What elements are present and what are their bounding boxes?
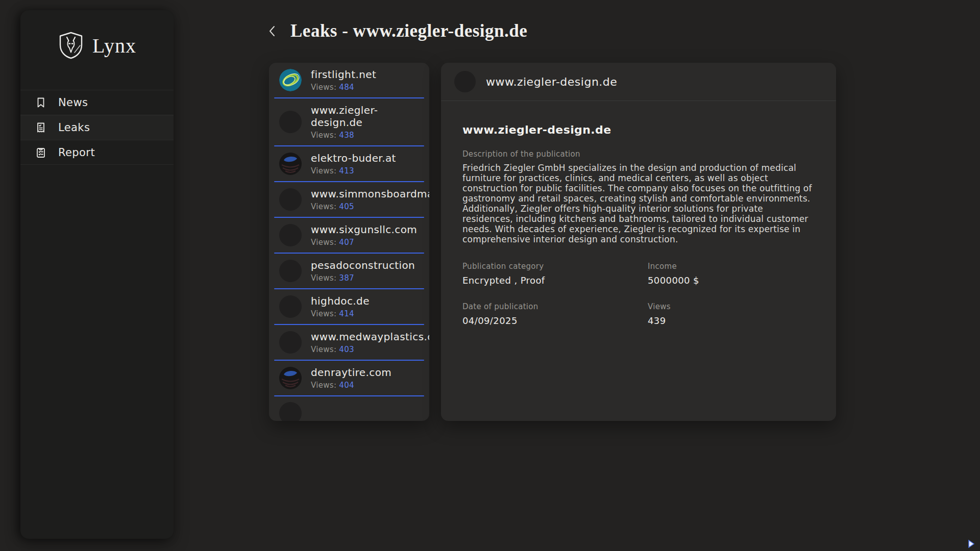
sidebar-item-label: Leaks [58, 121, 90, 134]
views-count: 413 [339, 166, 354, 176]
leak-views: Views: 387 [311, 273, 429, 283]
views-label: Views: [311, 273, 336, 283]
leak-views: Views: 413 [311, 166, 429, 176]
avatar-placeholder [279, 402, 302, 421]
views-label: Views: [311, 202, 336, 211]
detail-body: www.ziegler-design.de Description of the… [441, 101, 836, 326]
field-date-of-publication: Date of publication 04/09/2025 [462, 302, 648, 326]
leak-name: elektro-buder.at [311, 152, 429, 164]
leak-views: Views: 414 [311, 309, 429, 318]
leak-name: firstlight.net [311, 68, 429, 81]
detail-avatar [454, 71, 476, 92]
leak-list: firstlight.net Views: 484 www.ziegler-de… [269, 63, 429, 421]
globe-logo [279, 153, 302, 175]
views-count: 484 [339, 83, 354, 92]
leak-name: www.simmonsboardman [311, 188, 429, 200]
sidebar-menu: News Leaks Report [20, 90, 174, 165]
avatar-placeholder [279, 224, 302, 246]
views-label: Views: [311, 83, 336, 92]
sidebar-item-news[interactable]: News [20, 90, 174, 115]
detail-title: www.ziegler-design.de [462, 123, 815, 136]
back-button[interactable] [269, 25, 278, 37]
leak-list-item[interactable]: denraytire.com Views: 404 [269, 361, 429, 395]
brand: Lynx [20, 10, 174, 66]
detail-fields: Publication category Encrypted , Proof I… [462, 262, 815, 326]
field-publication-category: Publication category Encrypted , Proof [462, 262, 648, 286]
leak-list-item[interactable]: elektro-buder.at Views: 413 [269, 146, 429, 181]
leak-name: www.medwayplastics.c [311, 331, 429, 343]
leak-name: highdoc.de [311, 295, 429, 307]
leak-views: Views: 438 [311, 131, 429, 140]
leak-list-item[interactable]: www.sixgunsllc.com Views: 407 [269, 218, 429, 253]
leak-list-item[interactable]: www.simmonsboardman Views: 405 [269, 182, 429, 217]
views-count: 407 [339, 238, 354, 247]
views-label: Views: [311, 131, 336, 140]
page-header: Leaks - www.ziegler-design.de [269, 18, 527, 44]
scroll-cursor-icon [968, 540, 975, 548]
avatar-placeholder [279, 331, 302, 354]
views-count: 387 [339, 273, 354, 283]
views-label: Views: [311, 381, 336, 390]
firstlight-logo [279, 69, 302, 91]
leak-list-panel: firstlight.net Views: 484 www.ziegler-de… [269, 63, 429, 421]
avatar-placeholder [279, 295, 302, 318]
leak-name: denraytire.com [311, 366, 429, 379]
avatar-placeholder [279, 188, 302, 211]
views-label: Views: [311, 238, 336, 247]
leak-name: www.sixgunsllc.com [311, 223, 429, 236]
leak-views: Views: 403 [311, 345, 429, 354]
leak-list-item[interactable]: highdoc.de Views: 414 [269, 289, 429, 324]
views-count: 403 [339, 345, 354, 354]
sidebar-item-label: Report [58, 146, 95, 159]
sidebar-item-label: News [58, 96, 88, 109]
leak-list-item-partial[interactable] [269, 396, 429, 421]
receipt-icon [35, 121, 47, 134]
description-text: Friedrich Ziegler GmbH specializes in th… [462, 163, 815, 244]
leak-list-item[interactable]: firstlight.net Views: 484 [269, 63, 429, 97]
leak-views: Views: 404 [311, 381, 429, 390]
leak-detail-panel: www.ziegler-design.de www.ziegler-design… [441, 63, 836, 421]
description-label: Description of the publication [462, 149, 815, 159]
views-label: Views: [311, 309, 336, 318]
sidebar-item-report[interactable]: Report [20, 140, 174, 165]
leak-list-item[interactable]: pesadoconstruction Views: 387 [269, 254, 429, 288]
avatar-placeholder [279, 260, 302, 282]
detail-header-title: www.ziegler-design.de [486, 76, 617, 88]
views-label: Views: [311, 166, 336, 176]
brand-name: Lynx [92, 34, 136, 58]
sidebar-item-leaks[interactable]: Leaks [20, 115, 174, 140]
leak-name: pesadoconstruction [311, 259, 429, 271]
sidebar: Lynx News Leaks [20, 10, 174, 539]
leak-list-item[interactable]: www.medwayplastics.c Views: 403 [269, 325, 429, 360]
bookmark-icon [35, 96, 47, 109]
page-title: Leaks - www.ziegler-design.de [290, 21, 527, 41]
globe-logo [279, 367, 302, 389]
field-income: Income 5000000 $ [648, 262, 815, 286]
views-count: 404 [339, 381, 354, 390]
leak-list-item[interactable]: www.ziegler-design.de Views: 438 [269, 98, 429, 145]
leak-views: Views: 407 [311, 238, 429, 247]
field-views: Views 439 [648, 302, 815, 326]
views-count: 414 [339, 309, 354, 318]
detail-header: www.ziegler-design.de [441, 63, 836, 101]
leak-name: www.ziegler-design.de [311, 104, 429, 129]
views-label: Views: [311, 345, 336, 354]
views-count: 438 [339, 131, 354, 140]
leak-views: Views: 484 [311, 83, 429, 92]
leak-views: Views: 405 [311, 202, 429, 211]
views-count: 405 [339, 202, 354, 211]
lynx-shield-logo-icon [58, 31, 84, 60]
clipboard-check-icon [35, 146, 47, 159]
avatar-placeholder [279, 111, 302, 133]
